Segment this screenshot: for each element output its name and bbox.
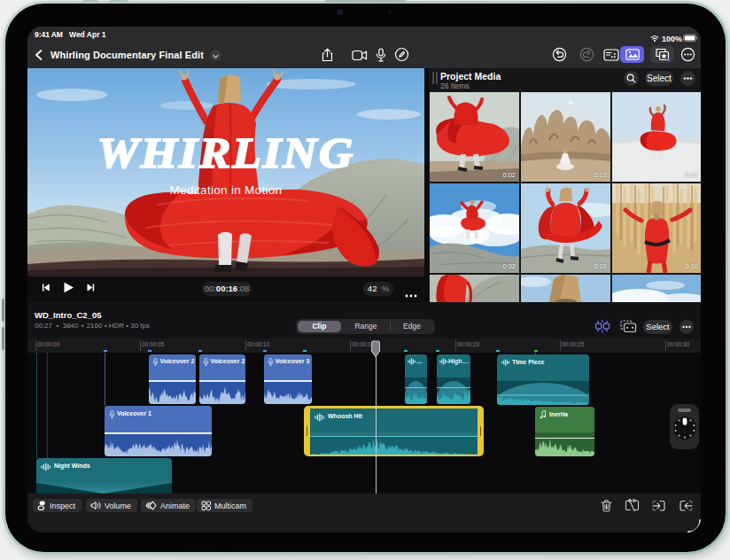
svg-text:100%: 100% xyxy=(662,35,682,43)
